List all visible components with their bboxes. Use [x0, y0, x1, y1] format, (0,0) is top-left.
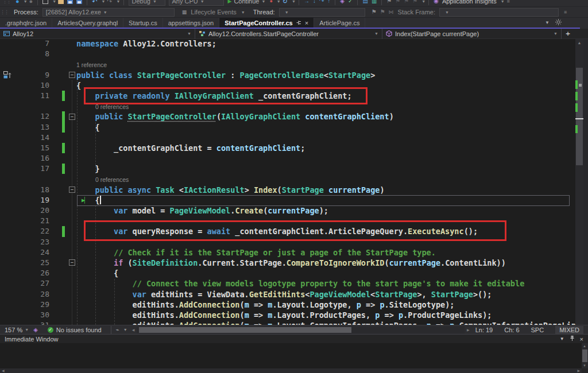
outlining-margin[interactable] — [69, 247, 76, 258]
code-text[interactable]: // Connect the view models logotype prop… — [76, 278, 588, 289]
close-tab-icon[interactable]: × — [305, 20, 308, 26]
test-explorer-icon[interactable]: ✓ — [348, 0, 353, 5]
code-text[interactable]: // Check if it is the StartPage or just … — [76, 247, 588, 258]
glyph-margin[interactable] — [0, 153, 13, 164]
codelens-text[interactable]: 0 references — [76, 101, 588, 111]
code-text[interactable]: editHints.AddConnection(m => m.Layout.Lo… — [76, 300, 588, 310]
flag-custom-icon[interactable]: ⚑ — [380, 9, 385, 15]
glyph-margin[interactable] — [0, 289, 13, 300]
immediate-window-content[interactable] — [0, 343, 582, 368]
spaces-indicator[interactable]: SPC — [531, 327, 544, 333]
glyph-margin[interactable] — [0, 247, 13, 258]
outlining-margin[interactable] — [69, 268, 76, 278]
open-folder-icon[interactable] — [58, 0, 64, 4]
code-text[interactable]: var queryResponse = await _contentGraphC… — [76, 226, 588, 236]
platform-dropdown[interactable]: Any CPU▼ — [169, 0, 224, 6]
collapse-region-icon[interactable]: − — [69, 187, 75, 193]
column-indicator[interactable]: Ch: 6 — [504, 327, 519, 333]
scroll-right-icon[interactable]: ▶ — [577, 368, 580, 373]
outlining-margin[interactable] — [69, 59, 76, 69]
chevron-down-icon[interactable]: ▼ — [501, 0, 505, 3]
tab-articlepage-cs[interactable]: ArticlePage.cs — [314, 18, 365, 28]
outlining-margin[interactable] — [69, 320, 76, 325]
zoom-selector[interactable]: 157 % ▼ — [5, 327, 29, 333]
chevron-down-icon[interactable]: ▼ — [277, 0, 281, 3]
glyph-margin[interactable] — [0, 216, 13, 226]
outlining-margin[interactable] — [69, 300, 76, 310]
outlining-margin[interactable] — [69, 164, 76, 174]
toolbar-grip[interactable]: ⋮⋮ — [0, 9, 8, 15]
toolbar-grip[interactable]: ⋮⋮ — [2, 0, 10, 4]
watch-window-icon[interactable]: ▥ — [372, 0, 377, 5]
health-indicator-icon[interactable]: ✓ — [48, 327, 53, 333]
parallel-stacks-icon[interactable]: ▤ — [362, 0, 368, 5]
outlining-margin[interactable] — [69, 91, 76, 101]
outlining-margin[interactable] — [69, 122, 76, 133]
outlining-margin[interactable] — [69, 153, 76, 164]
next-bookmark-icon[interactable]: ⚑ — [404, 0, 409, 5]
outlining-margin[interactable] — [69, 133, 76, 143]
outlining-margin[interactable] — [69, 101, 76, 111]
vertical-scrollbar[interactable]: ▲ ▼ — [582, 343, 588, 368]
thread-dropdown[interactable]: ▼ — [279, 8, 365, 17]
collapse-region-icon[interactable]: − — [69, 72, 75, 78]
redo-icon[interactable]: ↷ — [107, 0, 112, 5]
chevron-down-icon[interactable]: ▼ — [292, 0, 296, 3]
code-text[interactable]: private readonly IAlloyGraphClient _cont… — [76, 91, 588, 101]
prev-bookmark-icon[interactable]: ⚑ — [395, 0, 400, 5]
process-dropdown[interactable]: [26852] Alloy12.exe ▼ — [42, 8, 175, 17]
show-next-statement-icon[interactable]: → — [304, 0, 310, 5]
gear-icon[interactable] — [555, 19, 562, 26]
outlining-margin[interactable] — [69, 289, 76, 300]
glyph-margin[interactable] — [0, 205, 13, 216]
undo-icon[interactable]: ↶ — [92, 0, 97, 5]
pin-tab-icon[interactable] — [296, 20, 301, 25]
clear-bookmarks-icon[interactable]: ⚑ — [412, 0, 417, 5]
scrollbar-thumb[interactable] — [139, 327, 351, 333]
stack-frame-dropdown[interactable]: ▼ — [439, 8, 559, 17]
code-text[interactable]: var model = PageViewModel.Create(current… — [76, 205, 588, 216]
chevron-down-icon[interactable]: ▼ — [241, 10, 245, 14]
outlining-margin[interactable]: − — [69, 111, 76, 122]
chevron-down-icon[interactable]: ▼ — [24, 0, 28, 3]
glyph-margin[interactable] — [0, 164, 13, 174]
overflow-icon[interactable]: ▼ — [421, 0, 425, 3]
immediate-window-titlebar[interactable]: Immediate Window ▼ × — [0, 335, 588, 343]
code-text[interactable] — [76, 237, 588, 247]
overflow-icon[interactable]: ≡ — [564, 9, 567, 15]
issues-status[interactable]: No issues found — [56, 327, 102, 333]
codelens-text[interactable]: 0 references — [76, 174, 588, 184]
glyph-margin[interactable] — [0, 174, 13, 184]
overflow-icon[interactable]: ≡ — [507, 0, 510, 4]
glyph-margin[interactable] — [0, 111, 13, 122]
glyph-margin[interactable] — [0, 59, 13, 69]
chevron-down-icon[interactable]: ▼ — [123, 328, 127, 332]
scroll-down-icon[interactable]: ▼ — [583, 363, 586, 368]
outlining-margin[interactable] — [69, 39, 76, 49]
lifecycle-events-icon[interactable]: ▦ — [182, 9, 187, 15]
split-window-button[interactable]: ＋ — [562, 29, 574, 38]
code-text[interactable]: {▶▏ — [76, 195, 588, 205]
code-text[interactable]: public async Task <IActionResult> Index(… — [76, 185, 588, 195]
outlining-margin[interactable] — [69, 49, 76, 59]
glyph-margin[interactable] — [0, 70, 13, 80]
outlining-margin[interactable] — [69, 195, 76, 205]
glyph-margin[interactable] — [0, 278, 13, 289]
scroll-left-icon[interactable]: ◀ — [132, 328, 135, 332]
glyph-margin[interactable] — [0, 185, 13, 195]
glyph-margin[interactable] — [0, 80, 13, 91]
code-text[interactable] — [76, 133, 588, 143]
outlining-margin[interactable]: − — [69, 258, 76, 268]
step-into-icon[interactable]: ↓ — [313, 0, 316, 5]
glyph-margin[interactable] — [0, 300, 13, 310]
code-text[interactable]: namespace Alloy12.Controllers; — [76, 39, 588, 49]
outlining-margin[interactable] — [69, 174, 76, 184]
horizontal-scrollbar[interactable] — [137, 327, 465, 333]
outlining-margin[interactable] — [69, 143, 76, 153]
outlining-margin[interactable]: − — [69, 70, 76, 80]
restart-icon[interactable]: ↻ — [283, 0, 288, 5]
code-text[interactable]: var editHints = ViewData.GetEditHints<Pa… — [76, 289, 588, 300]
outlining-margin[interactable]: − — [69, 185, 76, 195]
continue-button[interactable]: ▶ Continue ▼ — [228, 0, 266, 5]
vertical-scrollbar[interactable]: ▲ — [575, 39, 583, 325]
